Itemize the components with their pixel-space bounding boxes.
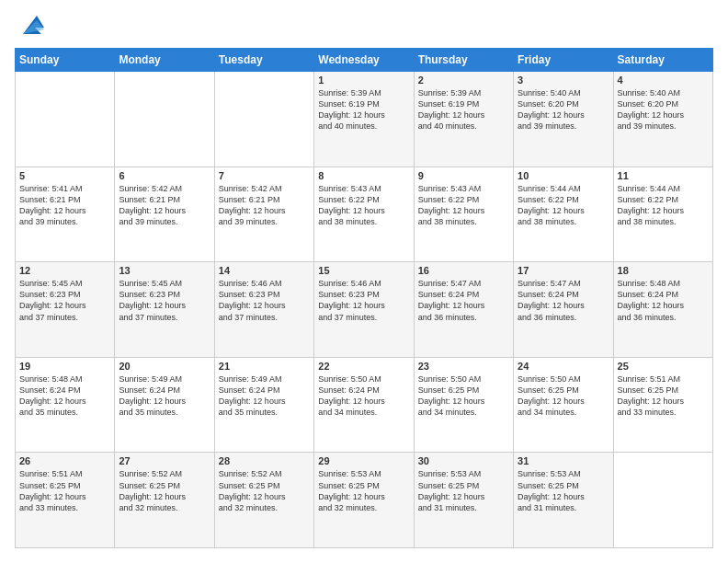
day-info: Sunrise: 5:46 AM Sunset: 6:23 PM Dayligh… [219, 278, 310, 323]
calendar-cell: 10Sunrise: 5:44 AM Sunset: 6:22 PM Dayli… [514, 167, 613, 262]
calendar-cell: 15Sunrise: 5:46 AM Sunset: 6:23 PM Dayli… [314, 262, 414, 358]
calendar-cell: 17Sunrise: 5:47 AM Sunset: 6:24 PM Dayli… [514, 262, 613, 358]
calendar-cell [214, 72, 313, 167]
calendar-cell [16, 72, 115, 167]
week-row-2: 5Sunrise: 5:41 AM Sunset: 6:21 PM Daylig… [16, 167, 713, 262]
day-number: 1 [318, 75, 409, 86]
day-info: Sunrise: 5:43 AM Sunset: 6:22 PM Dayligh… [318, 183, 409, 228]
day-info: Sunrise: 5:52 AM Sunset: 6:25 PM Dayligh… [219, 468, 310, 513]
day-number: 27 [119, 455, 210, 466]
day-number: 6 [119, 170, 210, 181]
day-info: Sunrise: 5:50 AM Sunset: 6:24 PM Dayligh… [318, 373, 409, 419]
weekday-header-saturday: Saturday [613, 49, 712, 72]
calendar-cell: 1Sunrise: 5:39 AM Sunset: 6:19 PM Daylig… [314, 72, 414, 167]
day-info: Sunrise: 5:46 AM Sunset: 6:23 PM Dayligh… [318, 278, 409, 323]
day-info: Sunrise: 5:53 AM Sunset: 6:25 PM Dayligh… [418, 468, 509, 513]
day-number: 5 [19, 170, 110, 181]
day-info: Sunrise: 5:51 AM Sunset: 6:25 PM Dayligh… [618, 373, 709, 419]
day-number: 12 [19, 265, 110, 276]
day-number: 17 [518, 265, 609, 276]
week-row-3: 12Sunrise: 5:45 AM Sunset: 6:23 PM Dayli… [16, 262, 713, 358]
calendar-cell: 22Sunrise: 5:50 AM Sunset: 6:24 PM Dayli… [314, 357, 414, 453]
day-info: Sunrise: 5:45 AM Sunset: 6:23 PM Dayligh… [119, 278, 210, 323]
day-info: Sunrise: 5:43 AM Sunset: 6:22 PM Dayligh… [418, 183, 509, 228]
day-number: 19 [19, 361, 110, 372]
day-number: 18 [618, 265, 709, 276]
calendar-table: SundayMondayTuesdayWednesdayThursdayFrid… [15, 48, 713, 548]
day-number: 11 [618, 170, 709, 181]
day-number: 20 [119, 361, 210, 372]
weekday-header-sunday: Sunday [16, 49, 115, 72]
day-number: 9 [418, 170, 509, 181]
day-number: 29 [318, 455, 409, 466]
day-number: 22 [318, 361, 409, 372]
day-info: Sunrise: 5:44 AM Sunset: 6:22 PM Dayligh… [518, 183, 609, 228]
calendar-cell [613, 453, 712, 548]
calendar-cell: 29Sunrise: 5:53 AM Sunset: 6:25 PM Dayli… [314, 453, 414, 548]
weekday-header-thursday: Thursday [414, 49, 513, 72]
calendar-cell [115, 72, 214, 167]
calendar-cell: 9Sunrise: 5:43 AM Sunset: 6:22 PM Daylig… [414, 167, 513, 262]
weekday-header-row: SundayMondayTuesdayWednesdayThursdayFrid… [16, 49, 713, 72]
calendar-cell: 4Sunrise: 5:40 AM Sunset: 6:20 PM Daylig… [613, 72, 712, 167]
day-info: Sunrise: 5:48 AM Sunset: 6:24 PM Dayligh… [618, 278, 709, 323]
calendar-cell: 6Sunrise: 5:42 AM Sunset: 6:21 PM Daylig… [115, 167, 214, 262]
day-number: 15 [318, 265, 409, 276]
day-number: 13 [119, 265, 210, 276]
day-info: Sunrise: 5:40 AM Sunset: 6:20 PM Dayligh… [618, 87, 709, 132]
day-number: 21 [219, 361, 310, 372]
day-number: 2 [418, 75, 509, 86]
calendar-cell: 8Sunrise: 5:43 AM Sunset: 6:22 PM Daylig… [314, 167, 414, 262]
calendar-cell: 2Sunrise: 5:39 AM Sunset: 6:19 PM Daylig… [414, 72, 513, 167]
calendar-cell: 16Sunrise: 5:47 AM Sunset: 6:24 PM Dayli… [414, 262, 513, 358]
day-info: Sunrise: 5:42 AM Sunset: 6:21 PM Dayligh… [119, 183, 210, 228]
day-number: 31 [518, 455, 609, 466]
calendar-cell: 18Sunrise: 5:48 AM Sunset: 6:24 PM Dayli… [613, 262, 712, 358]
day-info: Sunrise: 5:45 AM Sunset: 6:23 PM Dayligh… [19, 278, 110, 323]
page: SundayMondayTuesdayWednesdayThursdayFrid… [0, 0, 728, 563]
day-number: 4 [618, 75, 709, 86]
day-info: Sunrise: 5:39 AM Sunset: 6:19 PM Dayligh… [318, 87, 409, 132]
week-row-1: 1Sunrise: 5:39 AM Sunset: 6:19 PM Daylig… [16, 72, 713, 167]
calendar-cell: 25Sunrise: 5:51 AM Sunset: 6:25 PM Dayli… [613, 357, 712, 453]
day-number: 23 [418, 361, 509, 372]
calendar-cell: 27Sunrise: 5:52 AM Sunset: 6:25 PM Dayli… [115, 453, 214, 548]
day-number: 8 [318, 170, 409, 181]
day-number: 26 [19, 455, 110, 466]
calendar-cell: 21Sunrise: 5:49 AM Sunset: 6:24 PM Dayli… [214, 357, 313, 453]
day-info: Sunrise: 5:51 AM Sunset: 6:25 PM Dayligh… [19, 468, 110, 513]
calendar-cell: 13Sunrise: 5:45 AM Sunset: 6:23 PM Dayli… [115, 262, 214, 358]
day-info: Sunrise: 5:47 AM Sunset: 6:24 PM Dayligh… [518, 278, 609, 323]
day-number: 28 [219, 455, 310, 466]
header [15, 15, 713, 39]
day-info: Sunrise: 5:42 AM Sunset: 6:21 PM Dayligh… [219, 183, 310, 228]
calendar-cell: 20Sunrise: 5:49 AM Sunset: 6:24 PM Dayli… [115, 357, 214, 453]
day-number: 7 [219, 170, 310, 181]
weekday-header-wednesday: Wednesday [314, 49, 414, 72]
week-row-5: 26Sunrise: 5:51 AM Sunset: 6:25 PM Dayli… [16, 453, 713, 548]
calendar-cell: 30Sunrise: 5:53 AM Sunset: 6:25 PM Dayli… [414, 453, 513, 548]
day-info: Sunrise: 5:53 AM Sunset: 6:25 PM Dayligh… [518, 468, 609, 513]
day-info: Sunrise: 5:53 AM Sunset: 6:25 PM Dayligh… [318, 468, 409, 513]
day-info: Sunrise: 5:47 AM Sunset: 6:24 PM Dayligh… [418, 278, 509, 323]
day-info: Sunrise: 5:41 AM Sunset: 6:21 PM Dayligh… [19, 183, 110, 228]
calendar-cell: 14Sunrise: 5:46 AM Sunset: 6:23 PM Dayli… [214, 262, 313, 358]
day-info: Sunrise: 5:44 AM Sunset: 6:22 PM Dayligh… [618, 183, 709, 228]
logo [15, 15, 46, 39]
calendar-cell: 23Sunrise: 5:50 AM Sunset: 6:25 PM Dayli… [414, 357, 513, 453]
day-number: 16 [418, 265, 509, 276]
day-number: 25 [618, 361, 709, 372]
calendar-cell: 3Sunrise: 5:40 AM Sunset: 6:20 PM Daylig… [514, 72, 613, 167]
day-info: Sunrise: 5:50 AM Sunset: 6:25 PM Dayligh… [418, 373, 509, 419]
calendar-cell: 24Sunrise: 5:50 AM Sunset: 6:25 PM Dayli… [514, 357, 613, 453]
weekday-header-friday: Friday [514, 49, 613, 72]
day-info: Sunrise: 5:50 AM Sunset: 6:25 PM Dayligh… [518, 373, 609, 419]
week-row-4: 19Sunrise: 5:48 AM Sunset: 6:24 PM Dayli… [16, 357, 713, 453]
logo-icon [18, 11, 46, 39]
day-number: 24 [518, 361, 609, 372]
day-info: Sunrise: 5:49 AM Sunset: 6:24 PM Dayligh… [219, 373, 310, 419]
calendar-cell: 31Sunrise: 5:53 AM Sunset: 6:25 PM Dayli… [514, 453, 613, 548]
day-number: 10 [518, 170, 609, 181]
weekday-header-monday: Monday [115, 49, 214, 72]
calendar-cell: 11Sunrise: 5:44 AM Sunset: 6:22 PM Dayli… [613, 167, 712, 262]
